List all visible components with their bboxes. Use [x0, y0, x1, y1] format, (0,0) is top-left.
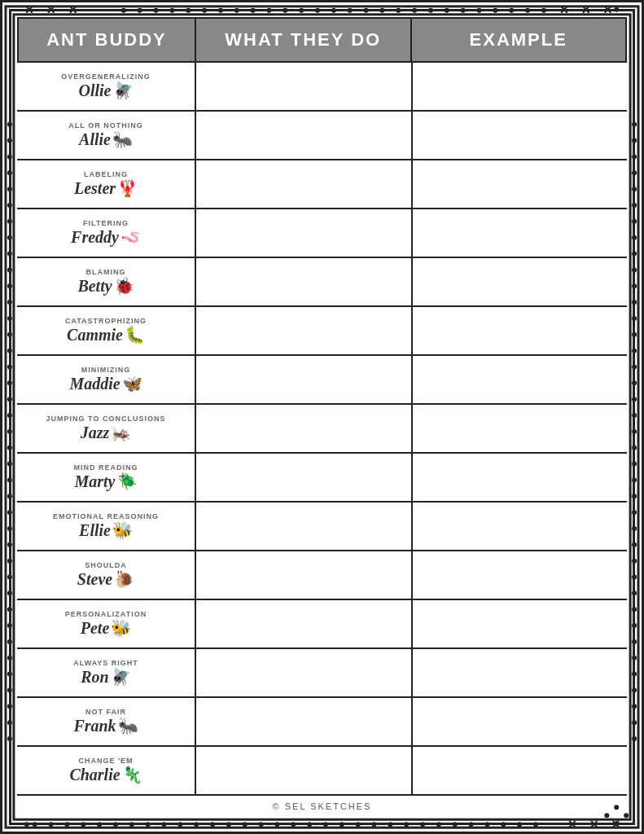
svg-point-72 [7, 154, 12, 159]
what-they-do-cell-13 [196, 698, 413, 745]
ant-name-charlie: Charlie [69, 766, 120, 784]
svg-point-55 [307, 822, 312, 827]
what-they-do-cell-4 [196, 258, 413, 305]
svg-point-42 [97, 822, 102, 827]
ant-name-row-ollie: Ollie 🪰 [79, 81, 134, 100]
ant-name-ron: Ron [81, 668, 108, 687]
what-they-do-cell-2 [196, 160, 413, 208]
table-row: OVERGENERALIZING Ollie 🪰 [17, 63, 627, 112]
ant-type-steve: SHOULDA [85, 561, 127, 570]
what-they-do-cell-0 [196, 63, 413, 110]
svg-point-134 [632, 526, 637, 531]
ant-type-ron: ALWAYS RIGHT [73, 659, 138, 668]
what-they-do-cell-1 [196, 112, 413, 159]
ant-cell-marty: MIND READING Marty 🪲 [17, 454, 196, 501]
ant-name-row-pete: Pete 🐝 [81, 619, 132, 638]
svg-point-48 [194, 822, 199, 827]
header-col2-label: WHAT THEY DO [225, 29, 381, 50]
table-row: EMOTIONAL REASONING Ellie 🐝 [17, 503, 627, 551]
svg-point-121 [632, 316, 637, 321]
svg-point-136 [632, 559, 637, 564]
insect-icon-ellie: 🐝 [112, 522, 133, 538]
svg-point-104 [7, 672, 12, 677]
svg-point-27 [379, 8, 384, 13]
table-row: ALWAYS RIGHT Ron 🪰 [17, 649, 627, 698]
example-cell-10 [413, 551, 628, 599]
svg-point-53 [274, 822, 279, 827]
svg-point-74 [7, 187, 12, 191]
example-cell-4 [413, 258, 628, 305]
ant-name-row-freddy: Freddy 🪱 [71, 228, 141, 247]
svg-text:×: × [568, 816, 576, 832]
svg-point-30 [428, 8, 433, 13]
svg-point-123 [632, 349, 637, 353]
svg-point-92 [7, 477, 12, 482]
svg-point-49 [210, 822, 215, 827]
svg-point-118 [632, 267, 637, 272]
what-they-do-cell-7 [196, 405, 413, 452]
svg-point-113 [632, 187, 637, 191]
svg-point-80 [7, 283, 12, 288]
svg-point-84 [7, 349, 12, 353]
ant-cell-frank: NOT FAIR Frank 🐜 [17, 698, 196, 745]
header-ant-buddy: ANT BUDDY [17, 17, 196, 63]
ant-name-row-betty: Betty 🐞 [77, 277, 134, 296]
what-they-do-cell-12 [196, 649, 413, 696]
ant-type-ollie: OVERGENERALIZING [61, 72, 151, 81]
example-cell-1 [413, 112, 628, 159]
svg-text:×: × [47, 2, 55, 18]
what-they-do-cell-10 [196, 551, 413, 599]
svg-point-147 [632, 736, 637, 741]
svg-point-66 [484, 822, 489, 827]
svg-point-146 [632, 720, 637, 725]
svg-text:×: × [603, 2, 611, 18]
header-col3-label: EXAMPLE [470, 29, 567, 50]
svg-point-31 [445, 8, 449, 13]
ant-type-marty: MIND READING [74, 463, 138, 472]
svg-point-155 [614, 7, 619, 12]
svg-point-105 [7, 687, 12, 692]
svg-point-70 [7, 122, 12, 127]
example-cell-13 [413, 698, 628, 745]
svg-point-16 [202, 8, 207, 13]
ant-name-row-lester: Lester 🦞 [74, 179, 138, 198]
svg-point-128 [632, 429, 637, 434]
ant-name-row-cammie: Cammie 🐛 [67, 326, 145, 345]
insect-icon-marty: 🪲 [117, 473, 138, 489]
svg-point-73 [7, 170, 12, 175]
svg-point-52 [259, 822, 264, 827]
svg-text:×: × [560, 2, 568, 18]
what-they-do-cell-11 [196, 600, 413, 647]
svg-point-85 [7, 364, 12, 369]
svg-point-78 [7, 252, 12, 257]
svg-point-133 [632, 510, 637, 515]
ant-cell-ellie: EMOTIONAL REASONING Ellie 🐝 [17, 503, 196, 550]
what-they-do-cell-6 [196, 356, 413, 403]
svg-point-114 [632, 203, 637, 208]
svg-point-32 [461, 8, 466, 13]
ant-name-ellie: Ellie [79, 521, 111, 540]
svg-point-65 [469, 822, 474, 827]
example-cell-14 [413, 747, 628, 794]
svg-point-47 [177, 822, 182, 827]
svg-point-142 [632, 656, 637, 661]
table-row: CATASTROPHIZING Cammie 🐛 [17, 307, 627, 356]
svg-point-67 [501, 822, 506, 827]
svg-point-25 [348, 8, 353, 13]
svg-point-119 [632, 283, 637, 288]
ant-type-cammie: CATASTROPHIZING [65, 317, 147, 326]
ant-cell-betty: BLAMING Betty 🐞 [17, 258, 196, 305]
table-row: CHANGE 'EM Charlie 🦎 [17, 747, 627, 794]
what-they-do-cell-14 [196, 747, 413, 794]
header-what-they-do: WHAT THEY DO [196, 17, 412, 63]
ant-name-betty: Betty [77, 277, 112, 296]
svg-point-54 [291, 822, 296, 827]
main-content: ANT BUDDY WHAT THEY DO EXAMPLE OVERGENER… [17, 17, 627, 817]
svg-point-110 [632, 138, 637, 143]
svg-point-145 [632, 704, 637, 709]
ant-cell-steve: SHOULDA Steve 🐌 [17, 551, 196, 599]
svg-point-21 [283, 8, 287, 13]
what-they-do-cell-8 [196, 454, 413, 501]
svg-point-23 [315, 8, 320, 13]
insect-icon-allie: 🐜 [112, 131, 133, 147]
